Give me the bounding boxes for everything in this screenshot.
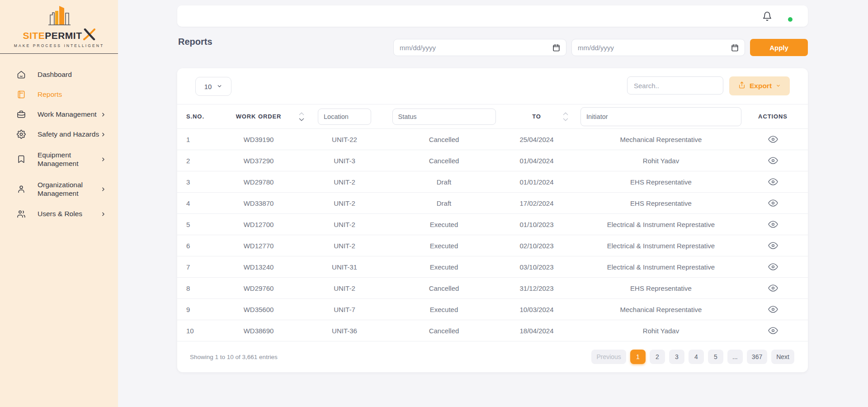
sidebar-item-users-roles[interactable]: Users & Roles xyxy=(0,204,118,224)
sort-icon-work-order[interactable] xyxy=(298,112,305,121)
pagination-page-2[interactable]: 2 xyxy=(650,350,665,364)
report-icon xyxy=(17,90,26,99)
table-row: 8WD29760UNIT-2Cancelled31/12/2023EHS Rep… xyxy=(177,278,808,299)
view-eye-icon[interactable] xyxy=(768,198,778,208)
cell-to: 18/04/2024 xyxy=(489,327,584,335)
cell-actions xyxy=(738,177,808,187)
chevron-right-icon xyxy=(100,112,106,118)
view-eye-icon[interactable] xyxy=(768,283,778,293)
table-body: 1WD39190UNIT-22Cancelled25/04/2024Mechan… xyxy=(177,129,808,341)
cell-initiator: EHS Representative xyxy=(584,284,738,292)
cell-sno: 10 xyxy=(177,327,227,335)
cell-initiator: Electrical & Instrument Represtative xyxy=(584,242,738,250)
initiator-filter-input[interactable] xyxy=(580,107,741,126)
sidebar: SITEPERMIT MAKE PROCESS INTELLIGENT Dash… xyxy=(0,0,118,407)
export-button[interactable]: Export xyxy=(729,76,790,95)
pagination-page-5[interactable]: 5 xyxy=(708,350,723,364)
chevron-right-icon xyxy=(100,186,106,192)
cell-initiator: Electrical & Instrument Represtative xyxy=(584,263,738,271)
date-from-input[interactable] xyxy=(400,44,552,52)
export-label: Export xyxy=(750,82,772,90)
pagination-page-1[interactable]: 1 xyxy=(630,350,646,364)
cell-sno: 2 xyxy=(177,157,227,165)
sort-icon-to[interactable] xyxy=(562,112,569,121)
cell-work-order: WD37290 xyxy=(227,157,290,165)
status-filter-input[interactable] xyxy=(392,109,496,125)
page-title: Reports xyxy=(178,37,212,47)
pagination-ellipsis[interactable]: ... xyxy=(727,350,743,364)
cell-location: UNIT-7 xyxy=(290,306,399,313)
cell-actions xyxy=(738,262,808,272)
view-eye-icon[interactable] xyxy=(768,134,778,144)
sidebar-item-dashboard[interactable]: Dashboard xyxy=(0,65,118,85)
sidebar-item-label: Equipment Management xyxy=(38,151,100,168)
column-header-actions: ACTIONS xyxy=(758,113,788,120)
cell-initiator: Mechanical Representative xyxy=(584,136,738,143)
cell-sno: 1 xyxy=(177,136,227,143)
view-eye-icon[interactable] xyxy=(768,241,778,251)
cell-to: 25/04/2024 xyxy=(489,136,584,143)
logo-x-icon xyxy=(83,28,95,42)
pagination-page-4[interactable]: 4 xyxy=(689,350,704,364)
cell-actions xyxy=(738,326,808,336)
cell-work-order: WD12700 xyxy=(227,221,290,228)
column-header-work-order[interactable]: WORK ORDER xyxy=(236,113,282,120)
view-eye-icon[interactable] xyxy=(768,326,778,336)
cell-work-order: WD39190 xyxy=(227,136,290,143)
apply-button[interactable]: Apply xyxy=(750,39,808,56)
table-row: 4WD33870UNIT-2Draft17/02/2024EHS Represe… xyxy=(177,193,808,214)
sidebar-item-label: Dashboard xyxy=(38,70,72,79)
column-header-sno[interactable]: S.NO. xyxy=(186,113,204,120)
date-to-field[interactable] xyxy=(571,39,745,56)
cell-sno: 8 xyxy=(177,284,227,292)
chevron-right-icon xyxy=(100,132,106,137)
sidebar-item-equipment-management[interactable]: Equipment Management xyxy=(0,144,118,174)
pagination: Previous12345...367Next xyxy=(587,350,794,364)
briefcase-icon xyxy=(17,110,26,119)
view-eye-icon[interactable] xyxy=(768,262,778,272)
view-eye-icon[interactable] xyxy=(768,177,778,187)
view-eye-icon[interactable] xyxy=(768,156,778,166)
bell-icon[interactable] xyxy=(762,11,772,21)
cell-to: 01/01/2024 xyxy=(489,178,584,186)
person-icon xyxy=(17,185,26,194)
cell-work-order: WD35600 xyxy=(227,306,290,313)
logo-tagline: MAKE PROCESS INTELLIGENT xyxy=(14,43,104,48)
location-filter-input[interactable] xyxy=(318,109,371,125)
cell-sno: 6 xyxy=(177,242,227,250)
chevron-right-icon xyxy=(100,156,106,162)
page-size-select[interactable]: 10 xyxy=(195,77,231,96)
cell-initiator: Mechanical Representative xyxy=(584,306,738,313)
pagination-page-367[interactable]: 367 xyxy=(747,350,767,364)
table-row: 6WD12770UNIT-2Executed02/10/2023Electric… xyxy=(177,235,808,256)
pagination-previous[interactable]: Previous xyxy=(591,350,626,364)
cell-to: 31/12/2023 xyxy=(489,284,584,292)
cell-location: UNIT-2 xyxy=(290,199,399,207)
sidebar-item-work-management[interactable]: Work Management xyxy=(0,104,118,124)
cell-work-order: WD29780 xyxy=(227,178,290,186)
calendar-icon[interactable] xyxy=(552,44,560,52)
view-eye-icon[interactable] xyxy=(768,219,778,229)
sidebar-item-organizational-management[interactable]: Organizational Management xyxy=(0,174,118,204)
pagination-next[interactable]: Next xyxy=(771,350,794,364)
cell-to: 01/04/2024 xyxy=(489,157,584,165)
sidebar-item-label: Work Management xyxy=(38,110,97,118)
date-to-input[interactable] xyxy=(578,44,731,52)
sidebar-item-reports[interactable]: Reports xyxy=(0,85,118,104)
cell-initiator: Rohit Yadav xyxy=(584,327,738,335)
cell-location: UNIT-22 xyxy=(290,136,399,143)
calendar-icon[interactable] xyxy=(731,44,739,52)
cell-status: Cancelled xyxy=(399,327,489,335)
sidebar-item-safety-and-hazards[interactable]: Safety and Hazards xyxy=(0,124,118,144)
pagination-page-3[interactable]: 3 xyxy=(669,350,684,364)
cell-work-order: WD13240 xyxy=(227,263,290,271)
cell-initiator: Rohit Yadav xyxy=(584,157,738,165)
column-header-to[interactable]: TO xyxy=(532,113,541,120)
cell-status: Executed xyxy=(399,263,489,271)
view-eye-icon[interactable] xyxy=(768,304,778,314)
search-input[interactable] xyxy=(627,76,723,95)
sidebar-item-label: Safety and Hazards xyxy=(38,130,99,138)
cell-to: 10/03/2024 xyxy=(489,306,584,313)
table-header: S.NO. WORK ORDER TO ACTIONS xyxy=(177,104,808,129)
date-from-field[interactable] xyxy=(393,39,566,56)
